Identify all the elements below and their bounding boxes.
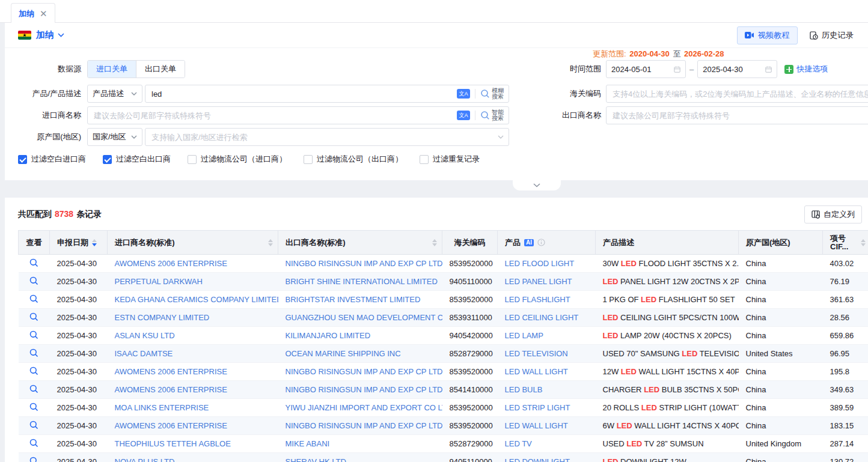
checkbox-icon bbox=[420, 155, 429, 164]
product-type-select[interactable]: 产品描述 bbox=[87, 85, 142, 103]
product-link[interactable]: LED CEILING LIGHT bbox=[505, 313, 579, 322]
filter-duplicate-records[interactable]: 过滤重复记录 bbox=[420, 154, 480, 165]
view-record-icon[interactable] bbox=[29, 439, 38, 448]
filter-blank-exporter[interactable]: 过滤空白出口商 bbox=[103, 154, 171, 165]
fuzzy-search-button[interactable]: 模糊搜索 bbox=[480, 88, 504, 100]
description-cell: 12W LED WALL LIGHT 15CTNS X 40P... bbox=[596, 363, 739, 381]
exporter-input[interactable] bbox=[613, 111, 868, 120]
col-item-cif[interactable]: 项号CIF... bbox=[823, 231, 868, 255]
search-icon bbox=[480, 89, 490, 99]
product-link[interactable]: LED WALL LIGHT bbox=[505, 367, 568, 376]
tab-close-icon[interactable]: ✕ bbox=[40, 9, 47, 18]
collapse-panel-button[interactable] bbox=[513, 180, 561, 190]
importer-link[interactable]: ASLAN KSU LTD bbox=[115, 331, 175, 340]
product-link[interactable]: LED DOWNLIGHT bbox=[505, 457, 570, 462]
exporter-link[interactable]: BRIGHTSTAR INVESTMENT LIMITED bbox=[286, 295, 421, 304]
table-row: 2025-04-30 KEDA GHANA CERAMICS COMPANY L… bbox=[19, 291, 868, 309]
origin-input[interactable] bbox=[151, 133, 498, 142]
start-date-input[interactable] bbox=[611, 65, 670, 74]
exporter-link[interactable]: KILIMANJARO LIMITED bbox=[286, 331, 371, 340]
col-description: 产品描述 bbox=[596, 231, 739, 255]
translate-icon[interactable]: 文A bbox=[457, 89, 470, 99]
country-name[interactable]: 加纳 bbox=[36, 29, 54, 41]
exporter-link[interactable]: OCEAN MARINE SHIPPING INC bbox=[286, 349, 401, 358]
importer-link[interactable]: THEOPHILUS TETTEH AGBLOE bbox=[115, 439, 231, 448]
view-record-icon[interactable] bbox=[29, 276, 38, 285]
origin-type-select[interactable]: 国家/地区 bbox=[87, 128, 142, 146]
importer-link[interactable]: ISAAC DAMTSE bbox=[115, 349, 173, 358]
end-date-input[interactable] bbox=[703, 65, 762, 74]
view-record-icon[interactable] bbox=[29, 330, 38, 339]
importer-input[interactable] bbox=[94, 111, 457, 120]
view-record-icon[interactable] bbox=[29, 348, 38, 357]
cif-value-cell: 287.14 bbox=[823, 435, 868, 453]
ghana-flag-icon bbox=[18, 31, 31, 40]
tab-ghana[interactable]: 加纳 ✕ bbox=[11, 3, 55, 23]
product-link[interactable]: LED BULB bbox=[505, 385, 543, 394]
importer-link[interactable]: ESTN COMPANY LIMITED bbox=[115, 313, 210, 322]
exporter-link[interactable]: NINGBO RISINGSUN IMP AND EXP CP LTD bbox=[286, 367, 442, 376]
product-link[interactable]: LED LAMP bbox=[505, 331, 543, 340]
filter-logistics-exporter[interactable]: 过滤物流公司（出口商） bbox=[304, 154, 403, 165]
importer-link[interactable]: AWOMENS 2006 ENTERPRISE bbox=[115, 385, 227, 394]
translate-icon[interactable]: 文A bbox=[457, 111, 470, 120]
view-record-icon[interactable] bbox=[29, 366, 38, 375]
highlighted-keyword: LED bbox=[603, 331, 619, 340]
product-link[interactable]: LED FLASHLIGHT bbox=[505, 295, 570, 304]
video-icon bbox=[745, 32, 754, 38]
description-cell: 20 ROLLS LED STRIP LIGHT (10WATT... bbox=[596, 399, 739, 417]
exporter-link[interactable]: NINGBO RISINGSUN IMP AND EXP CP LTD bbox=[286, 421, 442, 430]
hs-code-cell: 8539520000 bbox=[442, 399, 498, 417]
exporter-link[interactable]: MIKE ABANI bbox=[286, 439, 330, 448]
product-link[interactable]: LED TV bbox=[505, 439, 532, 448]
importer-link[interactable]: PERPETUAL DARKWAH bbox=[115, 277, 203, 286]
col-exporter[interactable]: 出口商名称(标准) bbox=[278, 231, 442, 255]
tab-import-customs[interactable]: 进口关单 bbox=[88, 61, 136, 78]
exporter-link[interactable]: NINGBO RISINGSUN IMP AND EXP CP LTD bbox=[286, 385, 442, 394]
product-link[interactable]: LED WALL LIGHT bbox=[505, 421, 568, 430]
product-search-input[interactable] bbox=[151, 90, 457, 99]
end-date-field[interactable] bbox=[697, 60, 777, 78]
tab-bar: 加纳 ✕ bbox=[0, 0, 868, 23]
start-date-field[interactable] bbox=[606, 60, 686, 78]
exporter-link[interactable]: GUANGZHOU SEN MAO DEVELOPMENT C... bbox=[286, 313, 442, 322]
col-importer[interactable]: 进口商名称(标准) bbox=[108, 231, 278, 255]
importer-link[interactable]: NOVA PLUS LTD bbox=[115, 457, 175, 462]
history-button[interactable]: 历史记录 bbox=[804, 26, 860, 44]
table-row: 2025-04-30 THEOPHILUS TETTEH AGBLOE MIKE… bbox=[19, 435, 868, 453]
origin-cell: United States bbox=[739, 345, 823, 363]
importer-link[interactable]: MOA LINKS ENTERPRISE bbox=[115, 403, 209, 412]
product-link[interactable]: LED PANEL LIGHT bbox=[505, 277, 572, 286]
importer-link[interactable]: AWOMENS 2006 ENTERPRISE bbox=[115, 259, 227, 268]
info-icon[interactable] bbox=[537, 239, 545, 246]
view-record-icon[interactable] bbox=[29, 403, 38, 412]
product-link[interactable]: LED STRIP LIGHT bbox=[505, 403, 570, 412]
results-summary: 共匹配到8738条记录 bbox=[18, 209, 102, 220]
customize-columns-button[interactable]: 自定义列 bbox=[804, 205, 862, 223]
chevron-down-icon bbox=[131, 92, 137, 96]
filter-logistics-importer[interactable]: 过滤物流公司（进口商） bbox=[188, 154, 287, 165]
exporter-link[interactable]: BRIGHT SHINE INTERNATIONAL LIMITED bbox=[286, 277, 438, 286]
exporter-link[interactable]: NINGBO RISINGSUN IMP AND EXP CP LTD bbox=[286, 259, 442, 268]
importer-link[interactable]: AWOMENS 2006 ENTERPRISE bbox=[115, 421, 227, 430]
view-record-icon[interactable] bbox=[29, 421, 38, 430]
col-declare-date[interactable]: 申报日期 bbox=[50, 231, 108, 255]
filter-blank-importer[interactable]: 过滤空白进口商 bbox=[18, 154, 86, 165]
cif-value-cell: 403.02 bbox=[823, 255, 868, 273]
view-record-icon[interactable] bbox=[29, 312, 38, 321]
product-link[interactable]: LED FLOOD LIGHT bbox=[505, 259, 575, 268]
view-record-icon[interactable] bbox=[29, 384, 38, 394]
importer-link[interactable]: AWOMENS 2006 ENTERPRISE bbox=[115, 367, 227, 376]
quick-options-button[interactable]: 快捷选项 bbox=[784, 64, 828, 74]
view-record-icon[interactable] bbox=[29, 258, 38, 267]
exporter-link[interactable]: SHERAV HK LTD bbox=[286, 457, 346, 462]
view-record-icon[interactable] bbox=[29, 457, 38, 462]
importer-link[interactable]: KEDA GHANA CERAMICS COMPANY LIMITED bbox=[115, 295, 278, 304]
smart-search-button[interactable]: 智能搜索 bbox=[480, 109, 504, 121]
exporter-link[interactable]: YIWU JIANZHI IMPORT AND EXPORT CO LTD bbox=[286, 403, 442, 412]
video-tutorial-button[interactable]: 视频教程 bbox=[737, 26, 797, 44]
hs-code-input[interactable] bbox=[613, 90, 868, 99]
tab-export-customs[interactable]: 出口关单 bbox=[136, 61, 185, 78]
product-link[interactable]: LED TELEVISION bbox=[505, 349, 568, 358]
view-record-icon[interactable] bbox=[29, 294, 38, 303]
